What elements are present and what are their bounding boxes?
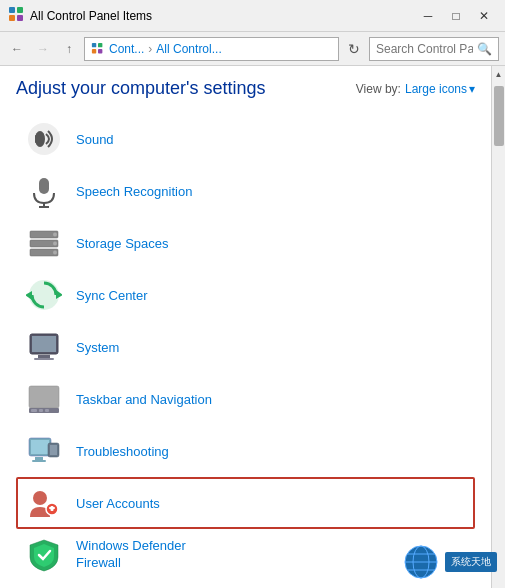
watermark-text: 系统天地 — [445, 552, 497, 572]
content-area: Adjust your computer's settings View by:… — [0, 66, 505, 588]
svg-point-15 — [53, 233, 57, 237]
item-label-troubleshoot: Troubleshooting — [76, 444, 169, 459]
taskbar-navigation-icon — [24, 379, 64, 419]
svg-rect-33 — [31, 440, 49, 454]
svg-rect-34 — [35, 457, 43, 460]
user-accounts-icon — [24, 483, 64, 523]
view-by-label: View by: — [356, 82, 401, 96]
list-item[interactable]: System — [16, 321, 475, 373]
item-label-sound: Sound — [76, 132, 114, 147]
breadcrumb-sep1: › — [148, 42, 152, 56]
address-path: Cont... › All Control... — [84, 37, 339, 61]
svg-rect-5 — [98, 42, 102, 46]
svg-rect-11 — [39, 178, 49, 194]
svg-rect-25 — [38, 355, 50, 358]
minimize-button[interactable]: ─ — [415, 6, 441, 26]
item-label-defender: Windows DefenderFirewall — [76, 538, 186, 572]
svg-rect-31 — [45, 409, 49, 412]
items-list: Sound Speech Recognition — [16, 113, 475, 581]
title-bar: All Control Panel Items ─ □ ✕ — [0, 0, 505, 32]
page-title: Adjust your computer's settings — [16, 78, 266, 99]
svg-rect-2 — [9, 15, 15, 21]
window-title: All Control Panel Items — [30, 9, 415, 23]
svg-rect-4 — [92, 42, 96, 46]
list-item[interactable]: Troubleshooting — [16, 425, 475, 477]
system-icon — [24, 327, 64, 367]
troubleshoot-icon — [24, 431, 64, 471]
list-item[interactable]: User Accounts — [16, 477, 475, 529]
svg-point-17 — [53, 242, 57, 246]
view-by-chevron: ▾ — [469, 82, 475, 96]
speech-recognition-icon — [24, 171, 64, 211]
search-input[interactable] — [376, 42, 473, 56]
main-panel: Adjust your computer's settings View by:… — [0, 66, 491, 588]
svg-marker-22 — [26, 291, 32, 300]
watermark: 系统天地 — [403, 544, 497, 580]
svg-rect-7 — [98, 49, 102, 53]
maximize-button[interactable]: □ — [443, 6, 469, 26]
svg-rect-41 — [51, 506, 54, 511]
watermark-globe-icon — [403, 544, 439, 580]
list-item[interactable]: Taskbar and Navigation — [16, 373, 475, 425]
list-item[interactable]: Storage Spaces — [16, 217, 475, 269]
svg-marker-21 — [56, 290, 62, 299]
storage-spaces-icon — [24, 223, 64, 263]
scroll-up-button[interactable]: ▲ — [492, 66, 506, 82]
svg-rect-30 — [39, 409, 43, 412]
windows-defender-icon — [24, 535, 64, 575]
svg-point-38 — [33, 491, 47, 505]
refresh-button[interactable]: ↻ — [343, 38, 365, 60]
view-by-value[interactable]: Large icons ▾ — [405, 82, 475, 96]
item-label-taskbar: Taskbar and Navigation — [76, 392, 212, 407]
address-bar: ← → ↑ Cont... › All Control... ↻ 🔍 — [0, 32, 505, 66]
search-box: 🔍 — [369, 37, 499, 61]
breadcrumb-part2[interactable]: All Control... — [156, 42, 221, 56]
svg-rect-1 — [17, 7, 23, 13]
svg-rect-27 — [29, 386, 59, 408]
window-controls: ─ □ ✕ — [415, 6, 497, 26]
forward-button[interactable]: → — [32, 38, 54, 60]
breadcrumb-part1[interactable]: Cont... — [109, 42, 144, 56]
search-icon: 🔍 — [477, 42, 492, 56]
svg-rect-0 — [9, 7, 15, 13]
svg-rect-37 — [50, 445, 57, 455]
scrollbar-thumb[interactable] — [494, 86, 504, 146]
svg-rect-29 — [31, 409, 37, 412]
title-bar-icon — [8, 6, 24, 25]
close-button[interactable]: ✕ — [471, 6, 497, 26]
list-item[interactable]: Sound — [16, 113, 475, 165]
scrollbar: ▲ — [491, 66, 505, 588]
list-item[interactable]: Speech Recognition — [16, 165, 475, 217]
svg-rect-3 — [17, 15, 23, 21]
item-label-system: System — [76, 340, 119, 355]
svg-rect-10 — [35, 135, 40, 143]
item-label-storage: Storage Spaces — [76, 236, 169, 251]
view-by-control: View by: Large icons ▾ — [356, 82, 475, 96]
back-button[interactable]: ← — [6, 38, 28, 60]
item-label-sync: Sync Center — [76, 288, 148, 303]
view-by-value-text: Large icons — [405, 82, 467, 96]
svg-rect-35 — [32, 460, 46, 462]
svg-rect-24 — [32, 336, 56, 352]
sound-icon — [24, 119, 64, 159]
svg-rect-26 — [34, 358, 54, 360]
item-label-speech: Speech Recognition — [76, 184, 192, 199]
page-header: Adjust your computer's settings View by:… — [16, 78, 475, 99]
item-label-user-accounts: User Accounts — [76, 496, 160, 511]
sync-center-icon — [24, 275, 64, 315]
svg-rect-6 — [92, 49, 96, 53]
up-button[interactable]: ↑ — [58, 38, 80, 60]
svg-point-19 — [53, 251, 57, 255]
list-item[interactable]: Sync Center — [16, 269, 475, 321]
